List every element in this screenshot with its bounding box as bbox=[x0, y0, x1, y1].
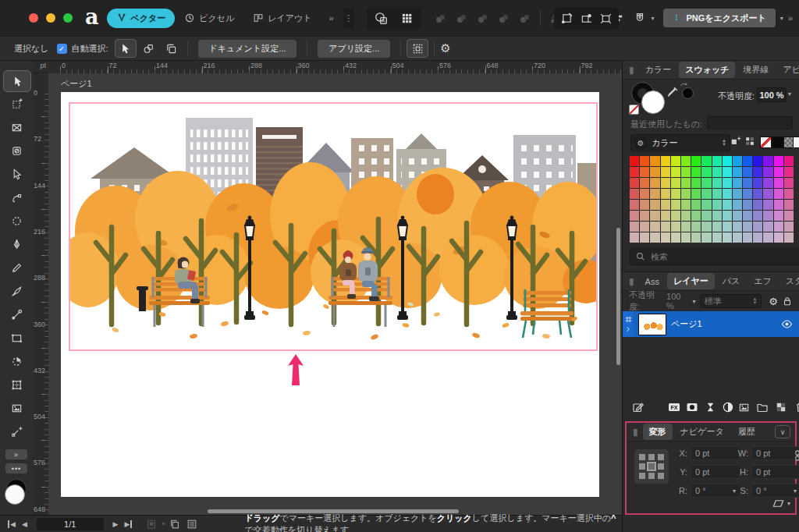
color-swatch-cell[interactable] bbox=[650, 232, 659, 243]
color-swatch-cell[interactable] bbox=[763, 232, 772, 243]
cursor-select-icon[interactable] bbox=[115, 39, 137, 58]
color-swatch-cell[interactable] bbox=[681, 178, 691, 188]
color-swatch-cell[interactable] bbox=[743, 222, 752, 232]
persona-tab-1[interactable]: ベクター bbox=[107, 9, 176, 28]
color-swatch-cell[interactable] bbox=[661, 200, 670, 210]
vector-crop-tool[interactable] bbox=[3, 117, 30, 137]
color-swatch-cell[interactable] bbox=[701, 232, 711, 243]
last-page-icon[interactable]: ▶ bbox=[125, 520, 133, 528]
color-swatch-cell[interactable] bbox=[640, 156, 649, 166]
color-swatch-cell[interactable] bbox=[630, 232, 639, 243]
snapping-caret-icon[interactable]: ▾ bbox=[651, 15, 654, 22]
tab-layers-2[interactable]: レイヤー bbox=[667, 273, 715, 289]
color-swatch-cell[interactable] bbox=[774, 200, 783, 210]
color-swatch-cell[interactable] bbox=[784, 222, 794, 232]
color-swatch-cell[interactable] bbox=[640, 222, 649, 232]
layer-row[interactable]: ページ1 bbox=[623, 311, 799, 337]
panel-drag-handle[interactable]: ▮ bbox=[629, 65, 634, 76]
swatch-search-field[interactable]: 検索 bbox=[630, 248, 799, 265]
edit-layer-icon[interactable] bbox=[630, 398, 646, 417]
vertical-scrollbar-thumb[interactable] bbox=[616, 228, 620, 365]
margin-grid-icon[interactable] bbox=[407, 39, 428, 58]
color-swatch-cell[interactable] bbox=[743, 167, 752, 177]
fill-gradient-tool[interactable] bbox=[3, 304, 30, 325]
snap-transform-icon[interactable] bbox=[557, 9, 577, 28]
color-swatch-cell[interactable] bbox=[691, 167, 701, 177]
tab-layers-3[interactable]: パス bbox=[716, 273, 747, 289]
image-layer-icon[interactable] bbox=[736, 398, 751, 417]
close-button[interactable] bbox=[29, 13, 38, 23]
color-swatch-cell[interactable] bbox=[650, 167, 659, 177]
color-swatch-cell[interactable] bbox=[753, 211, 762, 221]
boolean-subtract-icon[interactable] bbox=[452, 9, 471, 28]
toolbar-overflow[interactable]: » bbox=[788, 13, 793, 23]
color-swatch-cell[interactable] bbox=[712, 189, 722, 199]
tab-transform-3[interactable]: 履歴 bbox=[732, 424, 762, 440]
color-swatch-cell[interactable] bbox=[701, 222, 711, 232]
corner-tool[interactable] bbox=[3, 187, 30, 207]
color-swatch-cell[interactable] bbox=[723, 222, 732, 232]
layer-visibility-eye-icon[interactable] bbox=[781, 318, 793, 330]
color-swatch-cell[interactable] bbox=[712, 222, 722, 232]
color-swatch-cell[interactable] bbox=[763, 167, 772, 177]
color-swatch-cell[interactable] bbox=[763, 156, 772, 166]
color-swatch-cell[interactable] bbox=[743, 156, 752, 166]
document-setup-button[interactable]: ドキュメント設定... bbox=[198, 40, 297, 58]
pages-caret-icon[interactable]: ▾ bbox=[162, 520, 165, 527]
opacity-value[interactable]: 100 % bbox=[757, 87, 787, 102]
color-swatch-cell[interactable] bbox=[630, 189, 639, 199]
color-swatch-cell[interactable] bbox=[661, 189, 670, 199]
color-swatch-cell[interactable] bbox=[671, 189, 680, 199]
layer-name[interactable]: ページ1 bbox=[671, 318, 702, 330]
boolean-combine-icon[interactable] bbox=[515, 9, 534, 28]
color-swatch-cell[interactable] bbox=[661, 156, 670, 166]
color-swatch-cell[interactable] bbox=[712, 178, 722, 188]
freehand-select-tool[interactable] bbox=[3, 211, 30, 231]
transform-field-input[interactable]: 0 pt bbox=[691, 465, 740, 479]
color-swatch-cell[interactable] bbox=[763, 222, 772, 232]
tab-swatch-3[interactable]: 境界線 bbox=[737, 62, 775, 78]
page-indicator[interactable]: 1/1 bbox=[37, 518, 104, 530]
shape-tool[interactable] bbox=[3, 351, 30, 371]
minimize-button[interactable] bbox=[46, 13, 55, 23]
color-swatch-cell[interactable] bbox=[701, 156, 711, 166]
color-swatch-cell[interactable] bbox=[671, 200, 680, 210]
color-swatch-cell[interactable] bbox=[661, 211, 670, 221]
artboard-panel-icon[interactable] bbox=[146, 519, 157, 530]
secondary-color-swatch[interactable] bbox=[682, 87, 694, 99]
color-swatch-cell[interactable] bbox=[681, 200, 691, 210]
no-fill-swatch[interactable] bbox=[629, 105, 639, 115]
add-swatch-icon[interactable] bbox=[730, 136, 741, 147]
canvas-viewport[interactable]: ページ1 bbox=[48, 73, 622, 515]
app-settings-button[interactable]: アプリ設定... bbox=[318, 40, 390, 58]
move-tool[interactable] bbox=[3, 70, 31, 92]
tab-transform-1[interactable]: 変形 bbox=[643, 424, 673, 440]
color-swatch-cell[interactable] bbox=[712, 156, 722, 166]
color-swatch-cell[interactable] bbox=[774, 189, 783, 199]
color-swatch-cell[interactable] bbox=[733, 232, 742, 243]
shear-icon[interactable] bbox=[772, 498, 785, 509]
artboard-label[interactable]: ページ1 bbox=[61, 78, 92, 90]
color-swatch-cell[interactable] bbox=[784, 200, 794, 210]
color-swatch-cell[interactable] bbox=[784, 156, 794, 166]
pen-tool[interactable] bbox=[3, 234, 30, 254]
page-list-icon[interactable] bbox=[186, 519, 197, 530]
adjustment-layer-icon[interactable] bbox=[702, 398, 718, 417]
shear-caret-icon[interactable]: ▾ bbox=[787, 500, 790, 507]
snap-node-icon[interactable] bbox=[577, 9, 596, 28]
color-swatch-cell[interactable] bbox=[784, 189, 794, 199]
color-swatch-cell[interactable] bbox=[681, 211, 691, 221]
toolbar-fill-stroke-wheel[interactable] bbox=[5, 479, 28, 502]
color-swatch-cell[interactable] bbox=[691, 189, 701, 199]
color-swatch-cell[interactable] bbox=[774, 178, 783, 188]
color-swatch-cell[interactable] bbox=[701, 167, 711, 177]
color-swatch-cell[interactable] bbox=[753, 222, 762, 232]
tab-layers-5[interactable]: スタ bbox=[779, 273, 799, 289]
color-swatch-cell[interactable] bbox=[774, 156, 783, 166]
mask-layer-icon[interactable] bbox=[684, 398, 700, 417]
color-swatch-cell[interactable] bbox=[661, 178, 670, 188]
auto-select-checkbox[interactable]: ✓ bbox=[57, 44, 67, 54]
color-swatch-cell[interactable] bbox=[733, 222, 742, 232]
color-swatch-cell[interactable] bbox=[743, 178, 752, 188]
rectangle-tool[interactable] bbox=[3, 328, 30, 348]
